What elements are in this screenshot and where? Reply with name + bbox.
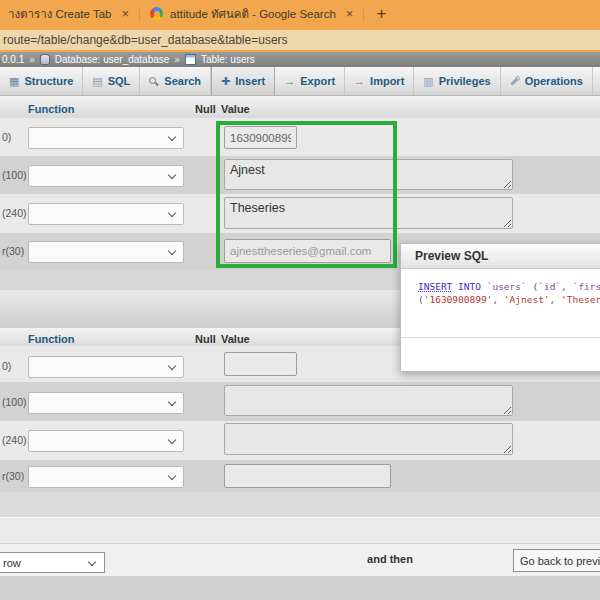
google-icon	[150, 7, 163, 20]
tab-label: SQL	[108, 75, 131, 87]
function-select[interactable]	[28, 127, 184, 149]
tab-separator	[139, 7, 140, 21]
value-textarea-lastname[interactable]: Theseries	[224, 197, 513, 229]
footer-controls: row and then Go back to previou	[0, 543, 600, 577]
browser-tabbar: างตาราง Create Tab × attitude ทัศนคติ - …	[0, 0, 600, 27]
value-textarea-firstname[interactable]	[224, 385, 513, 416]
breadcrumb-separator: »	[29, 54, 35, 65]
screen: างตาราง Create Tab × attitude ทัศนคติ - …	[0, 0, 600, 600]
tab-title: attitude ทัศนคติ - Google Search	[170, 5, 336, 23]
form-header-band	[0, 96, 600, 118]
sql-line-2: ('1630900899', 'Ajnest', 'Theseries', 'a…	[418, 293, 600, 306]
breadcrumb-host: 0.0.1	[2, 54, 24, 65]
tab-label: Export	[300, 75, 335, 87]
url-input[interactable]: route=/table/change&db=user_database&tab…	[0, 30, 600, 50]
close-icon[interactable]: ×	[122, 7, 130, 20]
breadcrumb-database-link[interactable]: Database: user_database	[55, 54, 170, 65]
header-null: Null	[195, 103, 216, 115]
go-back-select[interactable]: Go back to previou	[513, 549, 600, 572]
tab-title: างตาราง Create Tab	[8, 5, 112, 23]
function-select[interactable]	[28, 241, 184, 263]
tab-label: Operations	[525, 75, 583, 87]
value-textarea-firstname[interactable]: Ajnest	[224, 159, 513, 190]
function-select[interactable]	[28, 165, 184, 187]
column-type: 0)	[2, 131, 11, 143]
value-input-email[interactable]	[224, 239, 391, 263]
structure-icon: ▦	[9, 76, 19, 87]
column-type: (240)	[2, 434, 27, 446]
function-select-wrap	[28, 241, 184, 263]
tab-operations[interactable]: Operations	[501, 67, 593, 95]
tab-privileges[interactable]: ▥ Privileges	[414, 67, 500, 95]
value-input-email[interactable]	[224, 464, 391, 488]
insert-icon: ✚	[221, 76, 230, 87]
header-function: Function	[28, 103, 74, 115]
function-select[interactable]	[28, 392, 184, 414]
tab-label: Structure	[24, 75, 73, 87]
tab-label: Import	[370, 75, 404, 87]
pma-nav-tabs: ▦ Structure ▤ SQL Search ✚ Insert → Expo…	[0, 67, 600, 96]
value-input-id[interactable]	[224, 126, 297, 149]
tab-label: Search	[164, 75, 201, 87]
database-icon	[40, 54, 50, 65]
new-tab-button[interactable]: +	[376, 4, 386, 24]
header-value: Value	[221, 333, 250, 345]
tab-separator	[363, 7, 364, 21]
column-type: (240)	[2, 207, 27, 219]
function-select[interactable]	[28, 203, 184, 225]
function-select-wrap	[28, 392, 184, 414]
tab-import[interactable]: → Import	[345, 67, 414, 95]
operations-icon	[510, 76, 520, 86]
import-icon: →	[354, 76, 365, 87]
preview-sql-panel: Preview SQL INSERT INTO `users` (`id`, `…	[400, 243, 600, 372]
browser-tab-google-search[interactable]: attitude ทัศนคติ - Google Search ×	[142, 0, 361, 27]
tab-label: Insert	[235, 75, 265, 87]
fieldset-bottom	[0, 517, 600, 544]
tab-sql[interactable]: ▤ SQL	[83, 67, 140, 95]
function-select[interactable]	[28, 466, 184, 488]
breadcrumb-table-link[interactable]: Table: users	[201, 54, 255, 65]
sql-icon: ▤	[92, 76, 102, 87]
browser-urlbar: route=/table/change&db=user_database&tab…	[0, 27, 600, 52]
function-select-wrap	[28, 203, 184, 225]
value-input-id[interactable]	[224, 352, 297, 376]
and-then-label: and then	[330, 553, 450, 565]
column-type: r(30)	[2, 245, 24, 257]
search-icon	[149, 76, 159, 86]
header-value: Value	[221, 103, 250, 115]
insert-rows-select[interactable]: row	[0, 552, 105, 573]
column-type: r(30)	[2, 470, 24, 482]
column-type: (100)	[2, 169, 27, 181]
export-icon: →	[284, 76, 295, 87]
function-select[interactable]	[28, 356, 184, 378]
sql-line-1: INSERT INTO `users` (`id`, `firstname`, …	[418, 280, 600, 293]
insert-rows-select-wrap: row	[0, 552, 105, 573]
tab-insert[interactable]: ✚ Insert	[211, 67, 275, 95]
preview-sql-title: Preview SQL	[401, 244, 600, 269]
tab-structure[interactable]: ▦ Structure	[0, 67, 83, 95]
header-function: Function	[28, 333, 74, 345]
value-textarea-lastname[interactable]	[224, 423, 513, 455]
browser-tab-create-table[interactable]: างตาราง Create Tab ×	[0, 0, 137, 27]
breadcrumb: 0.0.1 » Database: user_database » Table:…	[0, 52, 600, 67]
function-select-wrap	[28, 356, 184, 378]
header-null: Null	[195, 333, 216, 345]
privileges-icon: ▥	[423, 76, 433, 87]
function-select-wrap	[28, 466, 184, 488]
column-type: (100)	[2, 396, 27, 408]
function-select[interactable]	[28, 430, 184, 452]
close-icon[interactable]: ×	[346, 7, 354, 20]
panel-divider	[401, 337, 600, 338]
tab-export[interactable]: → Export	[275, 67, 345, 95]
table-icon	[185, 54, 196, 65]
function-select-wrap	[28, 165, 184, 187]
tab-tracking[interactable]: ◉ Tr	[593, 67, 600, 95]
function-select-wrap	[28, 430, 184, 452]
breadcrumb-separator: »	[174, 54, 180, 65]
page-bottom-area	[0, 576, 600, 600]
column-type: 0)	[2, 360, 11, 372]
tab-search[interactable]: Search	[140, 67, 211, 95]
tab-label: Privileges	[439, 75, 491, 87]
function-select-wrap	[28, 127, 184, 149]
sql-code: INSERT INTO `users` (`id`, `firstname`, …	[418, 280, 600, 306]
